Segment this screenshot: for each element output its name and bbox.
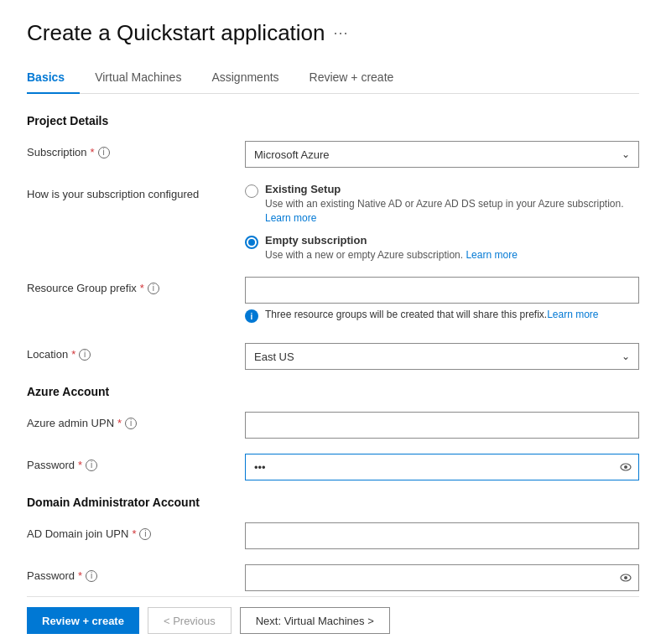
info-banner-text: Three resource groups will be created th…	[265, 309, 599, 320]
domain-password-toggle-btn[interactable]	[619, 571, 632, 584]
azure-password-wrapper	[245, 454, 639, 480]
subscription-row: Subscription * i Microsoft Azure ⌄	[27, 141, 639, 168]
subscription-chevron-icon: ⌄	[622, 148, 630, 160]
ad-domain-join-upn-control	[245, 522, 639, 549]
eye-icon	[619, 460, 632, 474]
page-title: Create a Quickstart application	[27, 20, 325, 46]
radio-existing-setup-content: Existing Setup Use with an existing Nati…	[265, 183, 639, 226]
project-details-heading: Project Details	[27, 114, 639, 127]
azure-admin-upn-input[interactable]	[245, 412, 639, 439]
azure-password-input[interactable]	[245, 454, 639, 480]
tab-review-create[interactable]: Review + create	[310, 64, 409, 94]
azure-admin-upn-label: Azure admin UPN * i	[27, 412, 245, 429]
more-options-icon[interactable]: ···	[334, 24, 349, 42]
azure-password-label: Password * i	[27, 454, 245, 471]
radio-empty-subscription-circle[interactable]	[245, 236, 258, 249]
ad-domain-join-upn-info-icon[interactable]: i	[139, 528, 151, 540]
subscription-select[interactable]: Microsoft Azure ⌄	[245, 141, 639, 168]
location-label: Location * i	[27, 343, 245, 361]
resource-group-info-banner: i Three resource groups will be created …	[245, 304, 639, 328]
radio-empty-subscription-dot	[248, 239, 255, 246]
azure-password-info-icon[interactable]: i	[86, 460, 97, 471]
location-row: Location * i East US ⌄	[27, 343, 639, 370]
ad-domain-join-upn-label: AD Domain join UPN * i	[27, 522, 245, 540]
azure-password-row: Password * i	[27, 454, 639, 480]
azure-admin-upn-row: Azure admin UPN * i	[27, 412, 639, 439]
azure-password-control	[245, 454, 639, 480]
domain-admin-heading: Domain Administrator Account	[27, 496, 639, 509]
resource-group-learn-more-link[interactable]: Learn more	[547, 309, 598, 320]
subscription-info-icon[interactable]: i	[98, 147, 110, 158]
ad-domain-join-upn-row: AD Domain join UPN * i	[27, 522, 639, 549]
next-button[interactable]: Next: Virtual Machines >	[240, 607, 390, 634]
info-banner-icon: i	[245, 309, 258, 323]
azure-password-required: *	[78, 459, 82, 471]
radio-existing-setup[interactable]: Existing Setup Use with an existing Nati…	[245, 183, 639, 226]
subscription-config-control: Existing Setup Use with an existing Nati…	[245, 183, 639, 262]
radio-existing-setup-desc: Use with an existing Native AD or Azure …	[265, 197, 639, 226]
subscription-label: Subscription * i	[27, 141, 245, 158]
resource-group-prefix-label: Resource Group prefix * i	[27, 277, 245, 294]
domain-password-info-icon[interactable]: i	[86, 570, 97, 582]
resource-group-prefix-required: *	[140, 282, 144, 294]
domain-password-label: Password * i	[27, 564, 245, 582]
radio-empty-subscription[interactable]: Empty subscription Use with a new or emp…	[245, 234, 639, 262]
location-info-icon[interactable]: i	[79, 349, 91, 361]
footer: Review + create < Previous Next: Virtual…	[27, 596, 639, 644]
domain-password-row: Password * i	[27, 564, 639, 591]
domain-password-input[interactable]	[245, 564, 639, 591]
radio-empty-subscription-label: Empty subscription	[265, 234, 518, 247]
eye-icon-2	[619, 571, 632, 584]
radio-empty-subscription-content: Empty subscription Use with a new or emp…	[265, 234, 518, 262]
svg-point-1	[624, 465, 627, 469]
resource-group-prefix-control: i Three resource groups will be created …	[245, 277, 639, 328]
radio-existing-setup-label: Existing Setup	[265, 183, 639, 195]
azure-admin-upn-control	[245, 412, 639, 439]
azure-password-toggle-btn[interactable]	[619, 460, 632, 474]
location-chevron-icon: ⌄	[622, 351, 630, 362]
tab-basics[interactable]: Basics	[27, 64, 80, 94]
subscription-config-row: How is your subscription configured Exis…	[27, 183, 639, 262]
subscription-required: *	[91, 146, 95, 158]
azure-account-heading: Azure Account	[27, 385, 639, 398]
ad-domain-join-upn-required: *	[132, 527, 136, 540]
domain-password-wrapper	[245, 564, 639, 591]
empty-subscription-learn-more-link[interactable]: Learn more	[466, 249, 517, 261]
location-select[interactable]: East US ⌄	[245, 343, 639, 370]
subscription-config-label: How is your subscription configured	[27, 183, 245, 200]
previous-button[interactable]: < Previous	[148, 607, 232, 634]
subscription-control: Microsoft Azure ⌄	[245, 141, 639, 168]
svg-point-3	[624, 576, 627, 579]
subscription-value: Microsoft Azure	[254, 148, 330, 161]
review-create-button[interactable]: Review + create	[27, 607, 139, 634]
location-value: East US	[254, 351, 294, 363]
subscription-config-radio-group: Existing Setup Use with an existing Nati…	[245, 183, 639, 262]
resource-group-prefix-input[interactable]	[245, 277, 639, 304]
form-content: Project Details Subscription * i Microso…	[27, 114, 639, 596]
resource-group-prefix-row: Resource Group prefix * i i Three resour…	[27, 277, 639, 328]
resource-group-prefix-info-icon[interactable]: i	[148, 283, 159, 294]
radio-empty-subscription-desc: Use with a new or empty Azure subscripti…	[265, 248, 518, 262]
location-required: *	[71, 348, 75, 361]
ad-domain-join-upn-input[interactable]	[245, 522, 639, 549]
domain-password-control	[245, 564, 639, 591]
existing-setup-learn-more-link[interactable]: Learn more	[265, 212, 316, 224]
tab-assignments[interactable]: Assignments	[211, 64, 294, 94]
location-control: East US ⌄	[245, 343, 639, 370]
radio-existing-setup-circle[interactable]	[245, 184, 258, 198]
azure-admin-upn-required: *	[117, 417, 122, 429]
azure-admin-upn-info-icon[interactable]: i	[125, 418, 137, 429]
tab-virtual-machines[interactable]: Virtual Machines	[95, 64, 196, 94]
domain-password-required: *	[78, 569, 82, 582]
tab-bar: Basics Virtual Machines Assignments Revi…	[27, 63, 639, 94]
